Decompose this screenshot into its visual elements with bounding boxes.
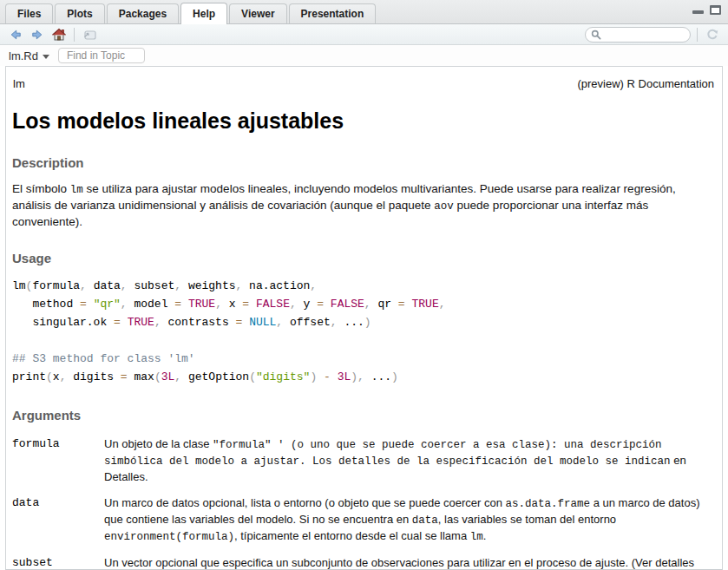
refresh-icon [705,28,719,42]
code-line: method = "qr", model = TRUE, x = FALSE, … [12,295,715,313]
minimize-pane-icon[interactable] [692,10,704,14]
help-search-box[interactable] [585,27,691,43]
code-line: singular.ok = TRUE, contrasts = NULL, of… [12,313,715,331]
home-button[interactable] [50,26,68,43]
argument-description: Un objeto de la clase "formula" ' (o uno… [104,436,712,485]
usage-heading: Usage [12,251,715,265]
description-paragraph: El símbolo lm se utiliza para ajustar mo… [12,181,715,229]
toolbar-separator [697,28,698,42]
tab-list: Files Plots Packages Help Viewer Present… [0,0,377,23]
pane-window-controls [692,5,721,15]
argument-name: data [12,495,104,545]
search-input[interactable] [605,29,683,40]
description-heading: Description [12,155,715,170]
chevron-down-icon [43,55,49,59]
refresh-button[interactable] [704,26,721,43]
arguments-heading: Arguments [12,408,715,423]
table-row: formula Un objeto de la clase "formula" … [12,436,715,485]
argument-name: subset [12,555,104,570]
page-title: Los modelos lineales ajustables [12,108,715,134]
argument-description: Un marco de datos opcional, lista o ento… [104,495,712,545]
doc-type-label: (preview) R Documentation [577,77,714,90]
find-in-topic-input[interactable] [58,48,145,63]
back-arrow-icon [9,28,23,42]
tab-presentation[interactable]: Presentation [289,3,377,23]
code-line: print(x, digits = max(3L, getOption("dig… [12,368,715,386]
pane-tab-bar: Files Plots Packages Help Viewer Present… [0,0,728,24]
search-icon [591,29,601,40]
code-line [12,331,715,350]
forward-button[interactable] [29,26,46,43]
topic-selector-label: lm.Rd [9,49,38,62]
arguments-table: formula Un objeto de la clase "formula" … [12,436,715,570]
show-in-new-window-button[interactable] [81,26,98,43]
code-line: ## S3 method for class 'lm' [12,350,715,368]
doc-header: lm (preview) R Documentation [12,77,715,90]
maximize-pane-icon[interactable] [710,5,721,15]
usage-code-block: lm(formula, data, subset, weights, na.ac… [12,277,715,386]
show-in-new-window-icon [82,28,97,41]
tab-files[interactable]: Files [5,3,53,23]
back-button[interactable] [7,26,24,43]
tab-packages[interactable]: Packages [107,3,179,23]
code-line: lm(formula, data, subset, weights, na.ac… [12,277,715,295]
argument-name: formula [12,436,104,485]
tab-help[interactable]: Help [180,3,227,24]
table-row: data Un marco de datos opcional, lista o… [12,495,715,545]
help-toolbar [0,24,728,45]
topic-selector[interactable]: lm.Rd [9,49,49,62]
forward-arrow-icon [30,28,44,42]
home-icon [51,28,67,42]
tab-plots[interactable]: Plots [55,3,104,23]
toolbar-separator [74,28,75,42]
tab-viewer[interactable]: Viewer [229,3,286,23]
argument-description: Un vector opcional que especifica un sub… [104,555,712,570]
help-document: lm (preview) R Documentation Los modelos… [5,66,723,570]
topic-bar: lm.Rd [0,45,728,66]
table-row: subset Un vector opcional que especifica… [12,555,715,570]
doc-topic: lm [13,77,25,90]
